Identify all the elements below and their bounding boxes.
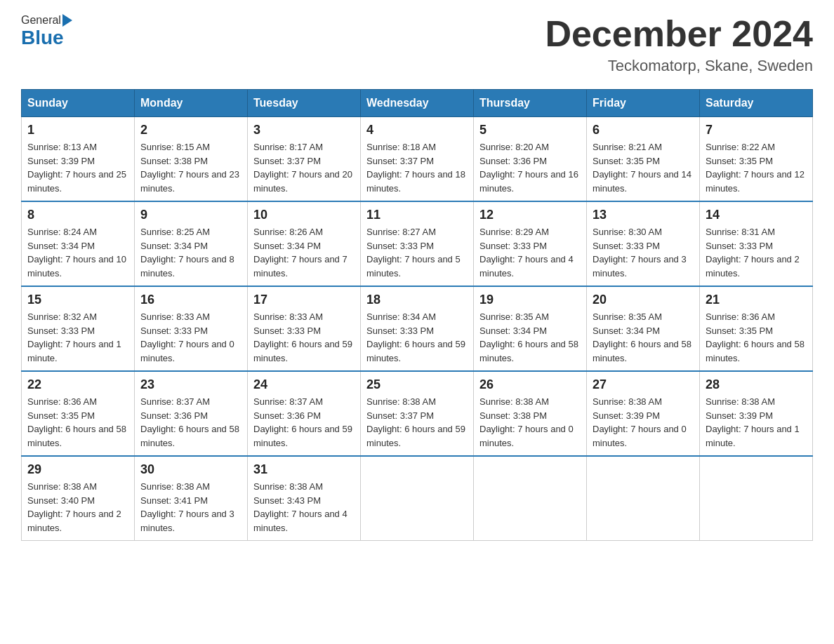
logo-blue-text: Blue	[21, 27, 64, 49]
day-info: Sunrise: 8:37 AMSunset: 3:36 PMDaylight:…	[140, 395, 241, 450]
day-info: Sunrise: 8:26 AMSunset: 3:34 PMDaylight:…	[253, 225, 355, 280]
day-number: 13	[593, 208, 694, 222]
weekday-header-row: SundayMondayTuesdayWednesdayThursdayFrid…	[22, 90, 813, 117]
week-row-2: 8Sunrise: 8:24 AMSunset: 3:34 PMDaylight…	[22, 201, 813, 286]
day-info: Sunrise: 8:15 AMSunset: 3:38 PMDaylight:…	[140, 140, 241, 195]
calendar-cell: 8Sunrise: 8:24 AMSunset: 3:34 PMDaylight…	[22, 201, 135, 286]
calendar-cell: 31Sunrise: 8:38 AMSunset: 3:43 PMDayligh…	[248, 456, 361, 541]
weekday-header-friday: Friday	[587, 90, 700, 117]
day-number: 19	[479, 293, 581, 307]
day-info: Sunrise: 8:29 AMSunset: 3:33 PMDaylight:…	[479, 225, 581, 280]
day-number: 8	[27, 208, 128, 222]
day-info: Sunrise: 8:38 AMSunset: 3:37 PMDaylight:…	[366, 395, 468, 450]
day-info: Sunrise: 8:36 AMSunset: 3:35 PMDaylight:…	[706, 310, 807, 365]
day-number: 1	[27, 123, 128, 137]
day-number: 9	[140, 208, 241, 222]
calendar-cell	[700, 456, 813, 541]
day-info: Sunrise: 8:38 AMSunset: 3:41 PMDaylight:…	[140, 480, 241, 535]
day-info: Sunrise: 8:25 AMSunset: 3:34 PMDaylight:…	[140, 225, 241, 280]
day-number: 22	[27, 377, 128, 392]
weekday-header-monday: Monday	[135, 90, 248, 117]
calendar-cell: 4Sunrise: 8:18 AMSunset: 3:37 PMDaylight…	[361, 117, 474, 202]
day-info: Sunrise: 8:35 AMSunset: 3:34 PMDaylight:…	[593, 310, 694, 365]
day-number: 31	[253, 462, 355, 477]
calendar-cell: 30Sunrise: 8:38 AMSunset: 3:41 PMDayligh…	[135, 456, 248, 541]
day-number: 16	[140, 293, 241, 307]
weekday-header-tuesday: Tuesday	[248, 90, 361, 117]
weekday-header-thursday: Thursday	[474, 90, 587, 117]
week-row-4: 22Sunrise: 8:36 AMSunset: 3:35 PMDayligh…	[22, 371, 813, 456]
weekday-header-sunday: Sunday	[22, 90, 135, 117]
day-info: Sunrise: 8:32 AMSunset: 3:33 PMDaylight:…	[27, 310, 128, 365]
calendar-cell: 18Sunrise: 8:34 AMSunset: 3:33 PMDayligh…	[361, 286, 474, 371]
calendar-cell: 29Sunrise: 8:38 AMSunset: 3:40 PMDayligh…	[22, 456, 135, 541]
day-info: Sunrise: 8:38 AMSunset: 3:39 PMDaylight:…	[593, 395, 694, 450]
day-info: Sunrise: 8:38 AMSunset: 3:39 PMDaylight:…	[706, 395, 807, 450]
calendar-cell: 27Sunrise: 8:38 AMSunset: 3:39 PMDayligh…	[587, 371, 700, 456]
calendar-cell: 28Sunrise: 8:38 AMSunset: 3:39 PMDayligh…	[700, 371, 813, 456]
calendar-cell: 21Sunrise: 8:36 AMSunset: 3:35 PMDayligh…	[700, 286, 813, 371]
day-number: 5	[479, 123, 581, 137]
logo-general-text: General	[21, 14, 61, 27]
calendar-cell: 20Sunrise: 8:35 AMSunset: 3:34 PMDayligh…	[587, 286, 700, 371]
day-info: Sunrise: 8:24 AMSunset: 3:34 PMDaylight:…	[27, 225, 128, 280]
calendar-cell: 15Sunrise: 8:32 AMSunset: 3:33 PMDayligh…	[22, 286, 135, 371]
weekday-header-wednesday: Wednesday	[361, 90, 474, 117]
day-number: 6	[593, 123, 694, 137]
day-number: 7	[706, 123, 807, 137]
day-number: 3	[253, 123, 355, 137]
day-number: 24	[253, 377, 355, 392]
calendar-cell: 2Sunrise: 8:15 AMSunset: 3:38 PMDaylight…	[135, 117, 248, 202]
day-info: Sunrise: 8:31 AMSunset: 3:33 PMDaylight:…	[706, 225, 807, 280]
day-info: Sunrise: 8:13 AMSunset: 3:39 PMDaylight:…	[27, 140, 128, 195]
day-info: Sunrise: 8:34 AMSunset: 3:33 PMDaylight:…	[366, 310, 468, 365]
week-row-5: 29Sunrise: 8:38 AMSunset: 3:40 PMDayligh…	[22, 456, 813, 541]
calendar-cell: 17Sunrise: 8:33 AMSunset: 3:33 PMDayligh…	[248, 286, 361, 371]
day-info: Sunrise: 8:22 AMSunset: 3:35 PMDaylight:…	[706, 140, 807, 195]
title-section: December 2024 Teckomatorp, Skane, Sweden	[545, 14, 813, 75]
day-info: Sunrise: 8:38 AMSunset: 3:43 PMDaylight:…	[253, 480, 355, 535]
day-info: Sunrise: 8:38 AMSunset: 3:40 PMDaylight:…	[27, 480, 128, 535]
calendar-cell: 19Sunrise: 8:35 AMSunset: 3:34 PMDayligh…	[474, 286, 587, 371]
calendar-cell: 26Sunrise: 8:38 AMSunset: 3:38 PMDayligh…	[474, 371, 587, 456]
weekday-header-saturday: Saturday	[700, 90, 813, 117]
location-text: Teckomatorp, Skane, Sweden	[545, 57, 813, 75]
day-info: Sunrise: 8:38 AMSunset: 3:38 PMDaylight:…	[479, 395, 581, 450]
day-number: 18	[366, 293, 468, 307]
calendar-cell: 24Sunrise: 8:37 AMSunset: 3:36 PMDayligh…	[248, 371, 361, 456]
day-number: 17	[253, 293, 355, 307]
day-info: Sunrise: 8:30 AMSunset: 3:33 PMDaylight:…	[593, 225, 694, 280]
day-info: Sunrise: 8:35 AMSunset: 3:34 PMDaylight:…	[479, 310, 581, 365]
day-info: Sunrise: 8:27 AMSunset: 3:33 PMDaylight:…	[366, 225, 468, 280]
day-info: Sunrise: 8:33 AMSunset: 3:33 PMDaylight:…	[140, 310, 241, 365]
calendar-cell: 13Sunrise: 8:30 AMSunset: 3:33 PMDayligh…	[587, 201, 700, 286]
day-info: Sunrise: 8:33 AMSunset: 3:33 PMDaylight:…	[253, 310, 355, 365]
day-number: 20	[593, 293, 694, 307]
day-number: 4	[366, 123, 468, 137]
calendar-cell	[361, 456, 474, 541]
calendar-cell: 16Sunrise: 8:33 AMSunset: 3:33 PMDayligh…	[135, 286, 248, 371]
calendar-cell: 1Sunrise: 8:13 AMSunset: 3:39 PMDaylight…	[22, 117, 135, 202]
week-row-3: 15Sunrise: 8:32 AMSunset: 3:33 PMDayligh…	[22, 286, 813, 371]
day-number: 21	[706, 293, 807, 307]
day-number: 10	[253, 208, 355, 222]
calendar-cell: 23Sunrise: 8:37 AMSunset: 3:36 PMDayligh…	[135, 371, 248, 456]
day-number: 2	[140, 123, 241, 137]
calendar-cell	[474, 456, 587, 541]
day-number: 28	[706, 377, 807, 392]
calendar-cell: 14Sunrise: 8:31 AMSunset: 3:33 PMDayligh…	[700, 201, 813, 286]
day-info: Sunrise: 8:17 AMSunset: 3:37 PMDaylight:…	[253, 140, 355, 195]
calendar-cell: 25Sunrise: 8:38 AMSunset: 3:37 PMDayligh…	[361, 371, 474, 456]
calendar-cell: 11Sunrise: 8:27 AMSunset: 3:33 PMDayligh…	[361, 201, 474, 286]
day-number: 11	[366, 208, 468, 222]
day-info: Sunrise: 8:37 AMSunset: 3:36 PMDaylight:…	[253, 395, 355, 450]
day-number: 27	[593, 377, 694, 392]
page-header: General Blue December 2024 Teckomatorp, …	[21, 14, 813, 75]
calendar-cell: 22Sunrise: 8:36 AMSunset: 3:35 PMDayligh…	[22, 371, 135, 456]
day-number: 29	[27, 462, 128, 477]
day-number: 30	[140, 462, 241, 477]
calendar-cell: 6Sunrise: 8:21 AMSunset: 3:35 PMDaylight…	[587, 117, 700, 202]
calendar-cell: 12Sunrise: 8:29 AMSunset: 3:33 PMDayligh…	[474, 201, 587, 286]
calendar-cell: 10Sunrise: 8:26 AMSunset: 3:34 PMDayligh…	[248, 201, 361, 286]
calendar-cell	[587, 456, 700, 541]
